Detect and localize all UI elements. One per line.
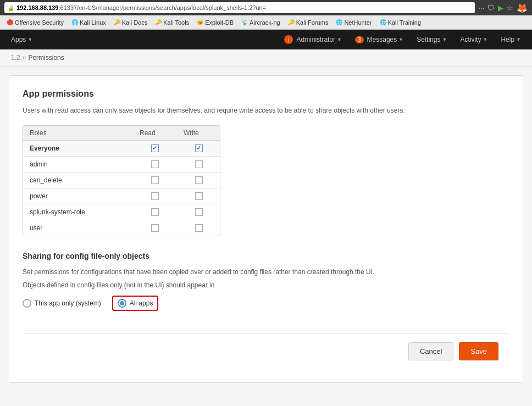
browser-bar: 🔒 192.168.88.139 :61337/en-US/manager/pe… xyxy=(0,0,532,15)
col-write: Write xyxy=(177,126,220,140)
user-read-check[interactable] xyxy=(133,221,177,235)
kali-docs-icon: 🔑 xyxy=(114,19,120,25)
nav-admin-label: Administrator xyxy=(296,36,335,43)
nav-activity[interactable]: Activity ▼ xyxy=(455,32,493,47)
bookmarks-bar: 🔴 Offensive Security 🌐 Kali Linux 🔑 Kali… xyxy=(0,15,532,30)
bookmark-aircrack-ng[interactable]: 📡 Aircrack-ng xyxy=(238,18,284,27)
nav-apps-label: Apps xyxy=(11,36,26,43)
nav-activity-label: Activity xyxy=(460,36,481,43)
power-write-check[interactable] xyxy=(177,189,220,203)
admin-read-check[interactable] xyxy=(133,157,177,171)
power-read-check[interactable] xyxy=(133,189,177,203)
col-roles: Roles xyxy=(23,126,133,140)
bookmark-kali-tools[interactable]: 🔑 Kali Tools xyxy=(152,18,192,27)
bookmark-kali-forums[interactable]: 🔑 Kali Forums xyxy=(285,18,332,27)
role-power: power xyxy=(23,188,133,204)
sharing-title: Sharing for config file-only objects xyxy=(23,252,509,260)
role-can-delete: can_delete xyxy=(23,173,133,188)
radio-group: This app only (system) All apps xyxy=(23,296,509,311)
radio-this-app[interactable]: This app only (system) xyxy=(23,299,101,308)
checked-icon xyxy=(195,144,203,152)
nav-admin[interactable]: i Administrator ▼ xyxy=(279,32,347,47)
radio-this-app-label: This app only (system) xyxy=(35,299,101,307)
nav-help-label: Help xyxy=(501,36,514,43)
admin-write-check[interactable] xyxy=(177,157,220,171)
unchecked-icon xyxy=(195,192,203,200)
role-admin: admin xyxy=(23,157,133,172)
everyone-read-check[interactable] xyxy=(133,141,177,155)
url-bar[interactable]: 🔒 192.168.88.139 :61337/en-US/manager/pe… xyxy=(4,2,475,13)
permissions-table: Roles Read Write Everyone admin xyxy=(23,125,220,236)
help-dropdown-arrow: ▼ xyxy=(516,37,521,42)
table-row: power xyxy=(23,188,220,204)
bookmark-star-icon[interactable]: ☆ xyxy=(507,4,513,12)
bookmark-offensive-security[interactable]: 🔴 Offensive Security xyxy=(3,18,67,27)
activity-dropdown-arrow: ▼ xyxy=(483,37,487,42)
radio-this-app-button[interactable] xyxy=(23,299,31,308)
breadcrumb-parent-link[interactable]: 1.2 xyxy=(11,54,20,62)
unchecked-icon xyxy=(151,208,159,216)
settings-dropdown-arrow: ▼ xyxy=(442,37,447,42)
role-splunk-system: splunk-system-role xyxy=(23,204,133,220)
kali-training-icon: 🌐 xyxy=(380,19,386,25)
app-permissions-section: App permissions Users with read access c… xyxy=(23,89,509,236)
role-user: user xyxy=(23,220,133,236)
cancel-button[interactable]: Cancel xyxy=(408,342,453,360)
unchecked-icon xyxy=(195,224,203,232)
col-read: Read xyxy=(133,126,177,140)
nav-messages-label: Messages xyxy=(367,36,397,43)
unchecked-icon xyxy=(195,160,203,168)
shield-icon[interactable]: 🛡 xyxy=(487,4,495,12)
save-button[interactable]: Save xyxy=(459,342,498,360)
main-content: App permissions Users with read access c… xyxy=(9,75,523,383)
table-row: splunk-system-role xyxy=(23,204,220,220)
nav-apps[interactable]: Apps ▼ xyxy=(5,32,38,47)
exploit-db-icon: 🐱 xyxy=(197,19,203,25)
radio-all-apps-button[interactable] xyxy=(118,299,126,308)
aircrack-icon: 📡 xyxy=(241,19,248,25)
play-icon[interactable]: ▶ xyxy=(498,4,503,12)
app-permissions-title: App permissions xyxy=(23,89,509,99)
url-host: 192.168.88.139 xyxy=(16,4,58,11)
sharing-section: Sharing for config file-only objects Set… xyxy=(23,252,509,311)
bookmark-kali-linux[interactable]: 🌐 Kali Linux xyxy=(68,18,109,27)
firefox-icon[interactable]: 🦊 xyxy=(517,3,528,13)
bookmark-kali-training[interactable]: 🌐 Kali Training xyxy=(376,18,425,27)
bookmark-nethunter[interactable]: 🌐 NetHunter xyxy=(332,18,375,27)
table-row: admin xyxy=(23,157,220,173)
breadcrumb: 1.2 » Permissions xyxy=(0,49,532,66)
nav-messages[interactable]: 3 Messages ▼ xyxy=(350,32,409,47)
offensive-security-icon: 🔴 xyxy=(7,19,13,25)
unchecked-icon xyxy=(195,176,203,184)
bookmark-kali-docs[interactable]: 🔑 Kali Docs xyxy=(110,18,151,27)
kali-tools-icon: 🔑 xyxy=(155,19,162,25)
breadcrumb-separator: » xyxy=(23,54,26,62)
splunk-system-read-check[interactable] xyxy=(133,205,177,219)
table-row: Everyone xyxy=(23,141,220,157)
messages-dropdown-arrow: ▼ xyxy=(398,37,403,42)
everyone-write-check[interactable] xyxy=(177,141,220,155)
url-path: :61337/en-US/manager/permissions/search/… xyxy=(58,4,266,11)
messages-badge: 3 xyxy=(355,36,364,43)
browser-toolbar: ··· 🛡 ▶ ☆ 🦊 xyxy=(478,3,528,13)
radio-selected-dot xyxy=(120,301,124,305)
can-delete-read-check[interactable] xyxy=(133,173,177,187)
splunk-system-write-check[interactable] xyxy=(177,205,220,219)
sharing-desc1: Set permissions for configurations that … xyxy=(23,267,509,277)
nav-settings[interactable]: Settings ▼ xyxy=(411,32,452,47)
table-header: Roles Read Write xyxy=(23,126,220,141)
can-delete-write-check[interactable] xyxy=(177,173,220,187)
unchecked-icon xyxy=(195,208,203,216)
user-write-check[interactable] xyxy=(177,221,220,235)
url-security-icon: 🔒 xyxy=(8,5,14,11)
nav-help[interactable]: Help ▼ xyxy=(495,32,527,47)
bookmark-exploit-db[interactable]: 🐱 Exploit-DB xyxy=(193,18,237,27)
unchecked-icon xyxy=(151,176,159,184)
kali-linux-icon: 🌐 xyxy=(71,19,78,25)
more-options-button[interactable]: ··· xyxy=(478,4,484,12)
breadcrumb-current: Permissions xyxy=(28,54,64,62)
table-row: can_delete xyxy=(23,173,220,188)
kali-forums-icon: 🔑 xyxy=(288,19,295,25)
radio-all-apps[interactable]: All apps xyxy=(112,296,159,311)
app-permissions-desc: Users with read access can only save obj… xyxy=(23,105,509,115)
